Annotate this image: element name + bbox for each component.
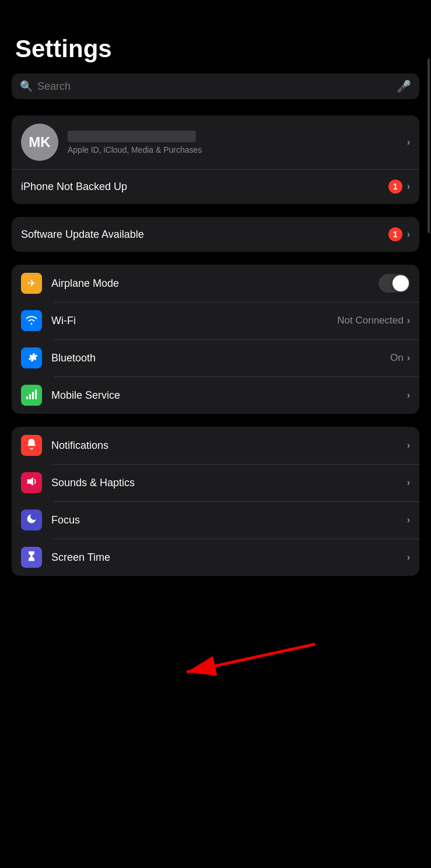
profile-section: MK Apple ID, iCloud, Media & Purchases ›… [12,115,419,204]
search-icon: 🔍 [20,80,33,93]
profile-chevron: › [407,137,410,147]
bell-icon [25,438,38,454]
wifi-label: Wi-Fi [51,315,337,327]
mobile-icon [26,388,37,403]
screen-time-icon-wrap [21,547,42,568]
mic-icon[interactable]: 🎤 [397,79,411,93]
airplane-mode-item[interactable]: ✈ Airplane Mode [12,265,419,302]
annotation-arrow [117,638,321,685]
backup-badge: 1 [388,180,402,194]
software-update-item[interactable]: Software Update Available 1 › [12,217,419,252]
software-update-label: Software Update Available [21,229,388,241]
svg-rect-2 [32,392,34,399]
mobile-icon-wrap [21,385,42,406]
mobile-service-item[interactable]: Mobile Service › [12,377,419,414]
software-update-section: Software Update Available 1 › [12,217,419,252]
backup-item[interactable]: iPhone Not Backed Up 1 › [12,169,419,204]
software-update-badge: 1 [388,227,402,241]
focus-icon-wrap [21,509,42,530]
scrollbar[interactable] [428,58,430,233]
notifications-label: Notifications [51,440,407,452]
system-settings-section: Notifications › Sounds & Haptics › [12,427,419,576]
connectivity-section: ✈ Airplane Mode Wi-Fi Not Connected › [12,265,419,414]
bluetooth-chevron: › [407,353,410,363]
airplane-toggle[interactable] [379,274,410,293]
wifi-value: Not Connected [337,315,403,326]
focus-item[interactable]: Focus › [12,501,419,539]
airplane-label: Airplane Mode [51,277,379,290]
notifications-icon-wrap [21,435,42,456]
sounds-item[interactable]: Sounds & Haptics › [12,464,419,501]
bluetooth-icon: ✱ [27,352,36,364]
mobile-chevron: › [407,390,410,400]
svg-rect-3 [35,389,37,399]
sounds-icon-wrap [21,472,42,493]
wifi-chevron: › [407,315,410,326]
sounds-label: Sounds & Haptics [51,477,407,489]
moon-icon [26,513,37,528]
mobile-label: Mobile Service [51,389,407,402]
airplane-icon: ✈ [27,277,36,290]
profile-item[interactable]: MK Apple ID, iCloud, Media & Purchases › [12,115,419,169]
backup-label: iPhone Not Backed Up [21,181,388,193]
hourglass-icon [26,550,37,565]
sounds-chevron: › [407,477,410,488]
avatar: MK [21,124,58,161]
screen-time-label: Screen Time [51,551,407,564]
wifi-item[interactable]: Wi-Fi Not Connected › [12,302,419,339]
screen-time-item[interactable]: Screen Time › [12,539,419,576]
toggle-knob [393,275,409,291]
bluetooth-label: Bluetooth [51,352,390,364]
svg-rect-0 [26,396,28,399]
bluetooth-icon-wrap: ✱ [21,347,42,368]
svg-marker-4 [27,477,33,486]
screen-time-chevron: › [407,552,410,563]
backup-chevron: › [407,181,410,192]
search-bar[interactable]: 🔍 🎤 [12,73,419,99]
profile-subtitle: Apple ID, iCloud, Media & Purchases [68,145,407,154]
wifi-icon [25,315,38,326]
search-input[interactable] [37,80,392,93]
svg-line-6 [187,644,315,672]
profile-name-bar [68,131,196,142]
focus-label: Focus [51,514,407,526]
sound-icon [25,475,38,491]
bluetooth-item[interactable]: ✱ Bluetooth On › [12,339,419,377]
software-update-chevron: › [407,229,410,240]
profile-info: Apple ID, iCloud, Media & Purchases [68,131,407,154]
page-title: Settings [12,35,419,63]
wifi-icon-wrap [21,310,42,331]
airplane-icon-wrap: ✈ [21,273,42,294]
notifications-item[interactable]: Notifications › [12,427,419,464]
bluetooth-value: On [390,352,404,364]
focus-chevron: › [407,515,410,525]
notifications-chevron: › [407,440,410,451]
svg-rect-1 [29,394,31,399]
